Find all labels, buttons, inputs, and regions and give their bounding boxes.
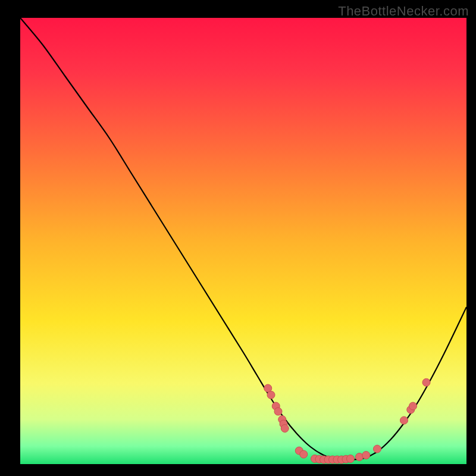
data-marker <box>400 416 408 424</box>
data-marker <box>274 408 282 415</box>
chart-frame: TheBottleNecker.com <box>0 0 476 476</box>
watermark-text: TheBottleNecker.com <box>338 4 469 19</box>
data-marker <box>267 391 275 399</box>
data-marker <box>347 455 355 463</box>
data-marker <box>281 425 289 433</box>
data-marker <box>422 378 430 386</box>
plot-area <box>20 18 466 464</box>
chart-svg <box>20 18 466 464</box>
data-marker <box>409 402 417 410</box>
data-marker <box>362 452 370 459</box>
data-marker <box>300 450 308 458</box>
data-marker <box>374 445 381 453</box>
gradient-background <box>20 18 466 464</box>
